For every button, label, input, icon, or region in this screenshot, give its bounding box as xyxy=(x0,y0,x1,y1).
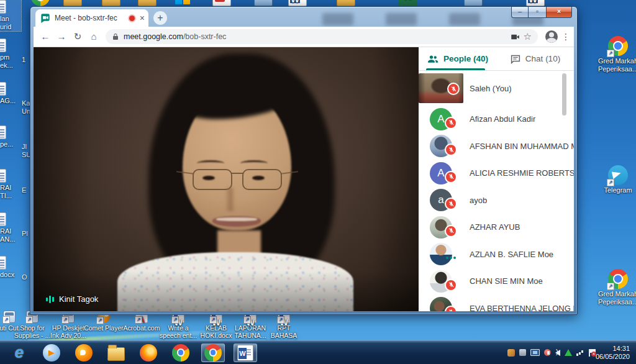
reload-button[interactable]: ↻ xyxy=(70,29,86,45)
taskbar-app-button[interactable] xyxy=(104,344,128,362)
taskbar-app-button[interactable] xyxy=(40,344,63,362)
bookmark-star-icon[interactable]: ☆ xyxy=(524,31,532,42)
desktop-icon-label: Comet Player xyxy=(84,324,124,332)
participant-row[interactable]: EVA BERTHENNA JELONG Moe xyxy=(419,295,574,312)
mic-status-badge xyxy=(445,252,457,264)
desktop-icon[interactable]: Gred Markah Peperiksaa... xyxy=(597,36,636,73)
desktop-icon-label: RAI AN... xyxy=(0,227,21,243)
windows-taskbar: 14:31 06/05/2020 xyxy=(0,340,636,364)
taskbar-app-button[interactable] xyxy=(169,344,193,362)
new-tab-button[interactable]: + xyxy=(153,11,167,25)
tab-people[interactable]: People (40) xyxy=(419,47,496,70)
chrome-browser-window: ‒ ▫ × Meet - bob-sxtr-fec × + ← → ↻ ⌂ me… xyxy=(30,6,578,315)
desktop-icon-label: Telegram xyxy=(597,186,636,194)
address-bar[interactable]: meet.google.com/bob-sxtr-fec ☆ xyxy=(106,29,538,44)
taskbar-app-icon xyxy=(107,347,125,361)
browser-tab[interactable]: Meet - bob-sxtr-fec × xyxy=(35,9,148,27)
maximize-button[interactable]: ▫ xyxy=(529,7,546,18)
video-glasses-arm xyxy=(281,171,298,174)
mic-status-badge xyxy=(445,171,457,183)
close-tab-icon[interactable]: × xyxy=(140,14,145,22)
participant-row[interactable]: A ALICIA RESHMIE ROBERTSON ... xyxy=(419,160,574,187)
forward-button[interactable]: → xyxy=(53,29,70,45)
participant-row[interactable]: A Afizan Abdul Kadir xyxy=(419,106,574,133)
desktop-icon[interactable]: Telegram xyxy=(597,165,636,194)
desktop-icon[interactable]: AG... xyxy=(0,82,21,105)
desktop-icon-glyph xyxy=(0,82,6,96)
mic-status-badge xyxy=(445,143,457,156)
meet-side-panel: People (40) Chat (10) xyxy=(419,47,574,311)
desktop-icon-glyph xyxy=(63,0,82,6)
desktop: { "desktop": { "left_column": [ {"label"… xyxy=(0,0,636,364)
system-tray xyxy=(507,349,595,357)
home-button[interactable]: ⌂ xyxy=(86,29,102,45)
taskbar-app-button[interactable] xyxy=(72,344,96,362)
desktop-icon-label: RAI TI... xyxy=(0,184,21,200)
mic-muted-icon xyxy=(450,86,457,93)
tray-antivirus-icon[interactable] xyxy=(565,349,572,356)
participant-row[interactable]: CHAN SIE MIN Moe xyxy=(419,268,574,295)
taskbar-app-icon xyxy=(237,345,253,361)
desktop-icon-glyph xyxy=(526,0,545,6)
desktop-icon-glyph xyxy=(464,0,483,6)
video-nose-shadow xyxy=(225,188,235,211)
desktop-icon[interactable]: docx xyxy=(0,256,21,279)
desktop-icon-glyph xyxy=(0,169,6,183)
meet-video-feed[interactable]: Kinit Tagok xyxy=(34,47,419,311)
participant-avatar xyxy=(430,297,452,311)
mic-status-badge xyxy=(445,279,457,291)
desktop-icon[interactable]: RAI AN... xyxy=(0,212,21,243)
tray-app-icon[interactable] xyxy=(519,349,526,356)
desktop-icon-glyph xyxy=(288,0,307,6)
participant-name: AFSHAN BIN MUHAMMAD Moe xyxy=(470,142,574,151)
mic-muted-icon xyxy=(448,309,455,311)
desktop-icon[interactable]: Gred Markah Peperiksaa... xyxy=(597,269,636,306)
participant-row[interactable]: a ayob xyxy=(419,187,574,214)
tray-volume-icon[interactable] xyxy=(555,350,560,356)
tray-display-icon[interactable] xyxy=(530,349,540,356)
video-woman-face xyxy=(183,91,291,230)
desktop-icon-glyph xyxy=(31,0,50,6)
tray-app-icon[interactable] xyxy=(507,349,515,357)
taskbar-app-button[interactable] xyxy=(7,344,31,362)
desktop-icon[interactable]: pm ek... xyxy=(0,39,21,70)
window-caption-buttons: ‒ ▫ × xyxy=(511,7,572,18)
taskbar-app-button[interactable] xyxy=(234,344,257,362)
tab-title: Meet - bob-sxtr-fec xyxy=(55,14,129,22)
desktop-icon-glyph xyxy=(173,0,192,6)
video-glasses-bridge xyxy=(231,173,243,174)
video-woman-hair-fringe xyxy=(173,70,302,125)
participant-row[interactable]: Saleh (You) xyxy=(419,71,574,106)
participant-row[interactable]: AZLAN B. SAFLIE Moe xyxy=(419,241,574,268)
close-window-button[interactable]: × xyxy=(546,7,572,18)
url-domain: meet.google.com xyxy=(124,32,183,41)
desktop-icon[interactable]: pe... xyxy=(0,125,21,148)
taskbar-app-button[interactable] xyxy=(201,344,225,362)
mic-muted-icon xyxy=(448,227,455,234)
taskbar-clock[interactable]: 14:31 06/05/2020 xyxy=(595,345,636,361)
profile-avatar-button[interactable] xyxy=(545,30,558,43)
participant-avatar: a xyxy=(430,189,452,211)
desktop-icon-label: HP Deskjet Ink Adv 20... xyxy=(48,324,88,339)
browser-menu-icon[interactable]: ⋮ xyxy=(561,32,570,42)
video-neck xyxy=(217,230,261,263)
tab-chat[interactable]: Chat (10) xyxy=(496,47,574,70)
tray-action-center-icon[interactable] xyxy=(589,349,590,357)
camera-in-use-icon[interactable] xyxy=(511,32,520,42)
taskbar-app-button[interactable] xyxy=(137,344,160,362)
panel-scrollbar-thumb[interactable] xyxy=(562,73,566,116)
participant-row[interactable]: AFSHAN BIN MUHAMMAD Moe xyxy=(419,133,574,160)
mic-muted-icon xyxy=(448,119,455,126)
desktop-icon-label: Shop for Supplies - ... xyxy=(12,324,52,339)
back-button[interactable]: ← xyxy=(37,29,53,45)
participant-name: Saleh (You) xyxy=(470,84,511,93)
tray-signal-icon[interactable] xyxy=(576,349,584,356)
desktop-icon[interactable]: RAI TI... xyxy=(0,169,21,200)
taskbar-app-icon xyxy=(204,344,222,362)
participant-avatar xyxy=(430,216,452,239)
participant-name: ayob xyxy=(470,196,487,205)
desktop-icon[interactable]: lan urid xyxy=(0,0,21,31)
minimize-button[interactable]: ‒ xyxy=(511,7,529,18)
participant-row[interactable]: AZHAR AYUB xyxy=(419,214,574,241)
desktop-icon-label: AG... xyxy=(0,97,21,105)
